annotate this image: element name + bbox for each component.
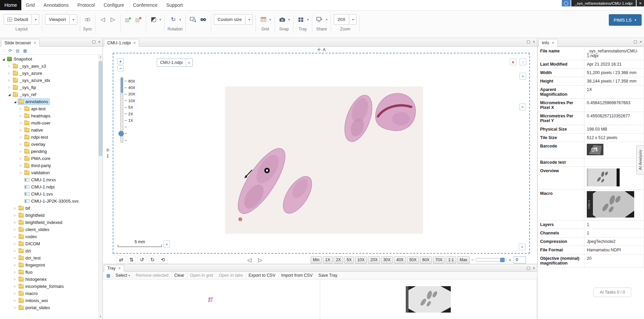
tree-item-brightfield[interactable]: ▷brightfield — [0, 212, 98, 219]
flip-horizontal-button[interactable]: ⇄ — [116, 256, 126, 264]
tree-item-overlay[interactable]: ▷overlay — [0, 141, 98, 148]
expand-icon[interactable]: ▷ — [18, 136, 23, 139]
zoom-20x-button[interactable]: 20X — [368, 256, 380, 264]
tree-item-cmu-1-ndpi[interactable]: CMU-1.ndpi — [0, 183, 98, 190]
info-icon[interactable] — [562, 0, 571, 6]
expand-icon[interactable]: ▷ — [13, 256, 18, 259]
tray-caret-button[interactable]: ▾ — [306, 14, 309, 25]
collapse-icon[interactable]: ◢ — [1, 58, 6, 61]
zoom-60x-button[interactable]: 60X — [420, 256, 432, 264]
slide-image[interactable] — [225, 87, 423, 234]
tray-remove-selected-button[interactable]: Remove selected — [133, 272, 171, 279]
slide-tab[interactable]: CMU-1.ndpi × — [104, 39, 139, 47]
expand-icon[interactable]: ▷ — [7, 72, 12, 75]
tree-item-cmu-1-jp2k-33005-svs[interactable]: CMU-1-JP2K-33005.svs — [0, 198, 98, 205]
zoom-minus-button[interactable]: − — [470, 257, 475, 263]
tree-item-cmu-1-svs[interactable]: CMU-1.svs — [0, 190, 98, 198]
collapse-scalebar-button[interactable]: « — [163, 241, 170, 248]
rotate-cw-button[interactable]: ↻ — [148, 256, 157, 264]
flip-vertical-button[interactable]: ⇅ — [127, 256, 136, 264]
close-icon[interactable]: × — [552, 41, 554, 45]
next-slide-button[interactable]: ▷ — [108, 14, 118, 25]
tray-import-from-csv-button[interactable]: Import from CSV — [278, 272, 315, 279]
expand-icon[interactable]: ▷ — [18, 121, 23, 124]
menu-tab-grid[interactable]: Grid — [21, 0, 39, 10]
expand-icon[interactable]: ▷ — [18, 129, 23, 132]
overview-image[interactable] — [587, 168, 620, 186]
tree-item-mitosis-wsi[interactable]: ▷mitosis_wsi — [0, 297, 98, 304]
tree-item-fingerprint[interactable]: ▷fingerprint — [0, 261, 98, 269]
zoom-slider-thumb[interactable] — [118, 131, 124, 136]
tree-item-validation[interactable]: ▷validation — [0, 169, 98, 176]
expand-icon[interactable]: ▷ — [13, 264, 18, 267]
tree-item-multi-user[interactable]: ▷multi-user — [0, 119, 98, 127]
zoom-5x-button[interactable]: 5X — [344, 256, 354, 264]
snap-button[interactable] — [277, 14, 287, 25]
expand-icon[interactable]: ▷ — [18, 114, 23, 117]
remove-grid-button[interactable] — [134, 14, 143, 25]
tree-item-sys-azure-idx[interactable]: ▷_sys_azure_idx — [0, 77, 98, 84]
menu-tab-home[interactable]: Home — [0, 0, 21, 10]
zoom-plus-button[interactable]: + — [507, 257, 513, 263]
scroll-up-icon[interactable]: ▲ — [98, 55, 103, 59]
slide-browser-tab[interactable]: Slide browser × — [1, 39, 40, 47]
collapse-icon[interactable]: ◢ — [13, 100, 18, 104]
list-view-icon[interactable]: ▤ — [14, 47, 21, 54]
magnifier-button[interactable] — [199, 14, 208, 25]
rotation-caret-button[interactable]: ▾ — [179, 14, 182, 25]
menu-tab-protocol[interactable]: Protocol — [73, 0, 99, 10]
tree-item-sys-ftp[interactable]: ▷_sys_ftp — [0, 84, 98, 91]
zoom-10x-button[interactable]: 10X — [355, 256, 367, 264]
expand-icon[interactable]: ▷ — [7, 86, 12, 89]
next-slide-button[interactable]: ▷ — [256, 256, 265, 264]
zoom-30x-button[interactable]: 30X — [381, 256, 393, 264]
info-value[interactable] — [584, 142, 644, 158]
close-panel-icon[interactable]: × — [98, 40, 101, 44]
collapse-bottom-button[interactable]: « — [519, 244, 526, 250]
close-viewport-button[interactable]: × — [510, 59, 516, 65]
scrollbar-thumb[interactable] — [99, 61, 102, 156]
expand-icon[interactable]: ▷ — [7, 65, 12, 68]
close-panel-icon[interactable]: × — [533, 40, 535, 44]
expand-icon[interactable]: ▷ — [13, 271, 18, 274]
rotation-button[interactable]: ↻ — [169, 14, 178, 25]
close-slide-button[interactable]: × — [637, 0, 644, 6]
tree-item-annotations[interactable]: ◢annotations — [0, 98, 98, 105]
tray-grid-icon[interactable]: ▦ — [104, 273, 112, 278]
tray-clear-button[interactable]: Clear — [171, 272, 187, 279]
zoom-1x-button[interactable]: 1X — [323, 256, 333, 264]
tray-button[interactable] — [296, 14, 306, 25]
viewport[interactable]: + − 80X40X20X10X5X2X1X CMU-1.ndpi « × ↕ … — [113, 53, 530, 254]
close-icon[interactable]: × — [133, 41, 136, 45]
refresh-icon[interactable]: ⟳ — [7, 47, 14, 54]
macro-image[interactable]: CMU-1 — [587, 191, 634, 218]
menu-tab-conference[interactable]: Conference — [129, 0, 162, 10]
tray-item-1[interactable] — [103, 279, 320, 319]
rotate-ccw-button[interactable]: ↺ — [137, 256, 147, 264]
expand-icon[interactable]: ▷ — [13, 221, 18, 224]
tree-item-sys-azure[interactable]: ▷_sys_azure — [0, 70, 98, 77]
float-panel-icon[interactable] — [634, 41, 637, 43]
expand-icon[interactable]: ▷ — [18, 150, 23, 153]
expand-icon[interactable]: ▷ — [13, 292, 18, 295]
expand-icon[interactable]: ▷ — [13, 249, 18, 252]
grid-caret-button[interactable]: ▾ — [269, 14, 272, 25]
info-value[interactable]: CMU-1 — [584, 189, 644, 221]
tray-open-in-grid-button[interactable]: Open in grid — [187, 272, 216, 279]
zoom-max-button[interactable]: Max — [457, 256, 470, 264]
tree-item-cmu-1-mrxs[interactable]: CMU-1.mrxs — [0, 176, 98, 183]
expand-icon[interactable]: ▷ — [7, 79, 12, 82]
tree-item-pending[interactable]: ▷pending — [0, 148, 98, 155]
tree-item-macro[interactable]: ▷macro — [0, 290, 98, 297]
tray-select-button[interactable]: Select▾ — [112, 272, 133, 279]
zoom-50x-button[interactable]: 50X — [407, 256, 419, 264]
sync-button[interactable] — [83, 14, 92, 25]
collapse-panel-button[interactable]: « — [519, 104, 526, 110]
image-adjust-button[interactable] — [149, 14, 158, 25]
float-panel-icon[interactable] — [92, 41, 95, 43]
add-grid-button[interactable] — [124, 14, 133, 25]
menu-tab-support[interactable]: Support — [162, 0, 187, 10]
close-icon[interactable]: × — [118, 266, 121, 270]
tree-item-dicom[interactable]: ▷DICOM — [0, 240, 98, 247]
previous-slide-button[interactable]: ◁ — [245, 256, 254, 264]
